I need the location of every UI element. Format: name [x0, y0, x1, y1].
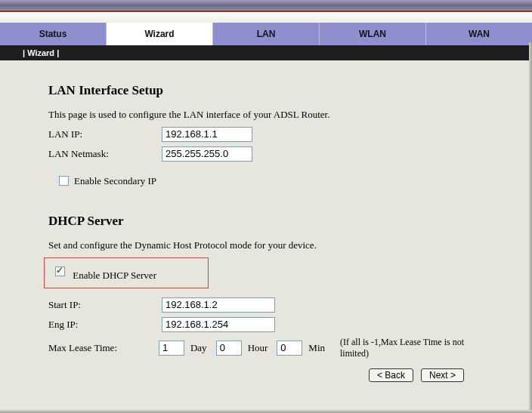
lease-hour-input[interactable] — [216, 341, 242, 356]
enable-dhcp-highlight: Enable DHCP Server — [44, 257, 209, 288]
enable-dhcp-checkbox[interactable] — [55, 267, 65, 276]
enable-secondary-ip-checkbox[interactable] — [59, 176, 69, 186]
bottom-bevel — [0, 410, 532, 413]
lease-min-unit: Min — [308, 342, 325, 354]
lan-netmask-input[interactable] — [162, 146, 252, 162]
lease-hint: (If all is -1,Max Lease Time is not limi… — [340, 337, 487, 359]
window-header-strip — [0, 0, 532, 12]
lan-ip-label: LAN IP: — [48, 128, 162, 140]
lease-time-label: Max Lease Time: — [48, 342, 156, 354]
start-ip-label: Start IP: — [48, 299, 162, 311]
tab-status[interactable]: Status — [0, 23, 107, 45]
lease-day-unit: Day — [190, 342, 207, 354]
lease-day-input[interactable] — [159, 341, 184, 356]
main-tabs: Status Wizard LAN WLAN WAN — [0, 23, 532, 45]
enable-dhcp-label: Enable DHCP Server — [73, 270, 156, 281]
breadcrumb: | Wizard | — [0, 45, 532, 60]
lease-hour-unit: Hour — [248, 342, 268, 354]
right-bevel — [529, 42, 532, 413]
content-area: LAN Interface Setup This page is used to… — [0, 60, 532, 390]
dhcp-desc: Set and configure the Dynamic Host Proto… — [48, 239, 487, 251]
end-ip-label: Eng IP: — [48, 319, 162, 331]
tab-wizard[interactable]: Wizard — [107, 23, 213, 45]
lan-netmask-label: LAN Netmask: — [48, 148, 162, 160]
lease-min-input[interactable] — [277, 341, 302, 356]
lan-desc: This page is used to configure the LAN i… — [48, 109, 487, 121]
tab-lan[interactable]: LAN — [213, 23, 320, 45]
next-button[interactable]: Next > — [421, 368, 464, 382]
lan-heading: LAN Interface Setup — [48, 83, 487, 98]
header-gap — [0, 12, 532, 23]
tab-wan[interactable]: WAN — [426, 23, 532, 45]
lan-ip-input[interactable] — [162, 127, 252, 142]
enable-secondary-ip-label: Enable Secondary IP — [74, 175, 156, 187]
tab-wlan[interactable]: WLAN — [320, 23, 426, 45]
end-ip-input[interactable] — [162, 317, 275, 332]
dhcp-heading: DHCP Server — [48, 214, 487, 229]
back-button[interactable]: < Back — [369, 368, 413, 382]
start-ip-input[interactable] — [162, 297, 275, 313]
